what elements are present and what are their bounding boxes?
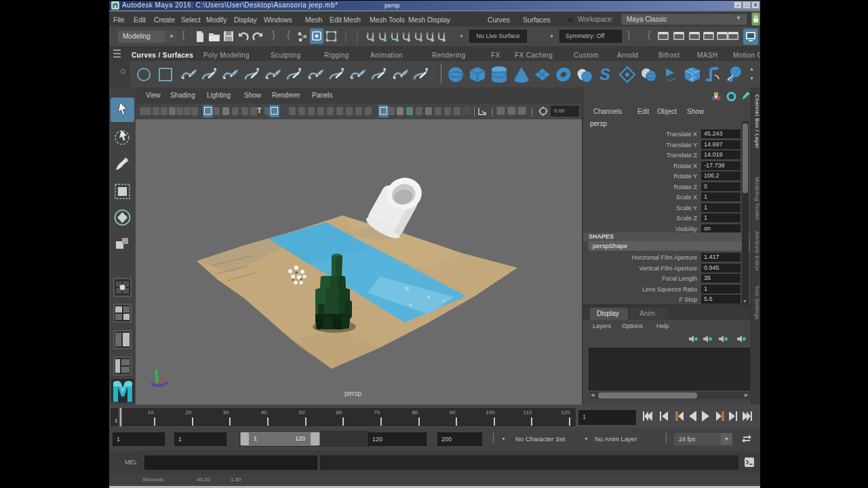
svg-text:S: S bbox=[599, 66, 610, 83]
svg-text:persp: persp bbox=[344, 390, 361, 397]
